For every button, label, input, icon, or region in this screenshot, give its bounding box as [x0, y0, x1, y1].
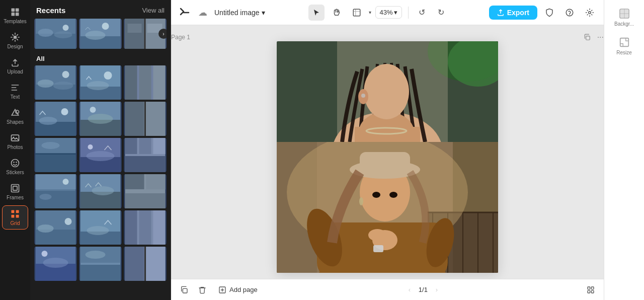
svg-point-76: [63, 179, 69, 185]
shield-button[interactable]: [541, 5, 557, 21]
recent-thumb-2[interactable]: [79, 19, 122, 49]
recents-title: Recents: [36, 6, 65, 15]
panel-scroll: All: [30, 53, 171, 300]
help-button[interactable]: [561, 5, 578, 21]
select-tool[interactable]: [308, 5, 325, 21]
svg-rect-107: [353, 9, 360, 16]
grid-thumb-1[interactable]: [34, 65, 77, 100]
grid-thumb-5[interactable]: [79, 102, 122, 136]
svg-point-11: [16, 162, 17, 163]
grid-thumb-13[interactable]: [34, 210, 77, 245]
recent-thumb-1-art: [34, 19, 77, 49]
svg-rect-142: [360, 152, 410, 172]
svg-rect-94: [153, 210, 166, 245]
svg-point-79: [92, 186, 114, 195]
grid-thumb-3[interactable]: [124, 65, 167, 100]
svg-rect-147: [183, 288, 187, 293]
grid-thumb-10[interactable]: [34, 174, 77, 208]
canvas: [277, 41, 498, 273]
export-button[interactable]: Export: [489, 6, 537, 20]
recent-thumb-3[interactable]: ›: [124, 19, 167, 49]
add-page-button[interactable]: Add page: [213, 284, 263, 296]
recent-thumb-1[interactable]: [34, 19, 77, 49]
svg-point-40: [87, 81, 109, 90]
page-options-button[interactable]: ···: [597, 33, 604, 42]
frame-tool[interactable]: [349, 5, 365, 21]
svg-point-110: [589, 11, 591, 14]
svg-point-90: [87, 226, 109, 235]
doc-title-text: Untitled image: [214, 9, 260, 17]
delete-page-button[interactable]: [195, 283, 209, 297]
svg-rect-15: [16, 210, 19, 213]
resize-label: Resize: [616, 50, 632, 55]
prev-page-button[interactable]: ‹: [404, 284, 416, 296]
svg-rect-150: [591, 287, 594, 289]
svg-point-120: [364, 64, 409, 119]
grid-thumb-14[interactable]: [79, 210, 122, 245]
svg-rect-92: [125, 210, 137, 245]
right-panel-background[interactable]: Backgr...: [607, 4, 641, 31]
svg-point-102: [86, 251, 106, 259]
svg-rect-44: [139, 65, 151, 100]
svg-rect-74: [36, 191, 76, 208]
next-page-button[interactable]: ›: [431, 284, 443, 296]
sidebar-item-stickers[interactable]: Stickers: [2, 155, 28, 178]
grid-thumb-4[interactable]: [34, 102, 77, 136]
panel-header: Recents View all: [30, 0, 171, 19]
undo-button[interactable]: ↺: [415, 5, 430, 20]
sidebar-item-grid-label: Grid: [11, 220, 20, 226]
duplicate-page-button[interactable]: [177, 283, 191, 297]
svg-point-97: [43, 258, 68, 268]
grid-thumb-17[interactable]: [79, 247, 122, 281]
svg-rect-0: [12, 9, 15, 12]
editor-area: ☁ Untitled image ▾ ▾ 43% ▾ ↺: [171, 0, 604, 300]
sidebar-item-grid[interactable]: Grid: [2, 205, 28, 230]
sidebar-item-upload[interactable]: Upload: [2, 54, 28, 78]
hand-tool[interactable]: [329, 5, 345, 21]
canvas-top-image[interactable]: [277, 41, 498, 142]
svg-point-62: [42, 142, 60, 149]
svg-rect-93: [139, 210, 151, 245]
sidebar-item-photos[interactable]: Photos: [2, 130, 28, 153]
svg-rect-16: [12, 215, 15, 218]
photos-icon: [10, 133, 20, 143]
grid-thumb-15[interactable]: [124, 210, 167, 245]
zoom-control[interactable]: 43% ▾: [375, 6, 402, 19]
svg-rect-43: [125, 65, 137, 100]
svg-point-22: [63, 25, 69, 31]
grid-thumb-6[interactable]: [124, 102, 167, 136]
sidebar-item-design[interactable]: Design: [2, 29, 28, 52]
bottom-bar: Add page ‹ 1/1 ›: [171, 279, 604, 300]
text-icon: [10, 83, 20, 93]
grid-thumb-11[interactable]: [79, 174, 122, 208]
canvas-bottom-image[interactable]: [277, 142, 498, 273]
sidebar-item-text[interactable]: Text: [2, 80, 28, 103]
svg-point-122: [361, 94, 365, 98]
doc-title[interactable]: Untitled image ▾: [211, 7, 268, 19]
page-copy-button[interactable]: [581, 31, 593, 43]
grid-thumb-2[interactable]: [79, 65, 122, 100]
view-all-button[interactable]: View all: [142, 7, 165, 14]
sidebar-item-frames[interactable]: Frames: [2, 180, 28, 203]
grid-view-button[interactable]: [584, 283, 598, 297]
recents-grid: ›: [30, 19, 171, 53]
grid-thumb-16[interactable]: [34, 247, 77, 281]
grid-thumb-7[interactable]: [34, 138, 77, 172]
grid-thumb-8[interactable]: [79, 138, 122, 172]
settings-button[interactable]: [582, 5, 598, 21]
sidebar-item-shapes[interactable]: Shapes: [2, 105, 28, 128]
svg-point-109: [569, 14, 570, 15]
right-panel-resize[interactable]: Resize: [607, 33, 641, 59]
redo-button[interactable]: ↻: [434, 5, 449, 20]
grid-thumb-18[interactable]: [124, 247, 167, 281]
sidebar-item-templates[interactable]: Templates: [2, 4, 28, 27]
background-label: Backgr...: [614, 21, 634, 27]
grid-thumb-12[interactable]: [124, 174, 167, 208]
svg-point-25: [86, 31, 106, 40]
svg-rect-12: [12, 185, 19, 192]
svg-rect-1: [16, 9, 19, 12]
toolbar: ☁ Untitled image ▾ ▾ 43% ▾ ↺: [171, 0, 604, 25]
zoom-chevron-icon: ▾: [394, 9, 397, 16]
recents-nav-arrow[interactable]: ›: [158, 29, 167, 39]
grid-thumb-9[interactable]: [124, 138, 167, 172]
